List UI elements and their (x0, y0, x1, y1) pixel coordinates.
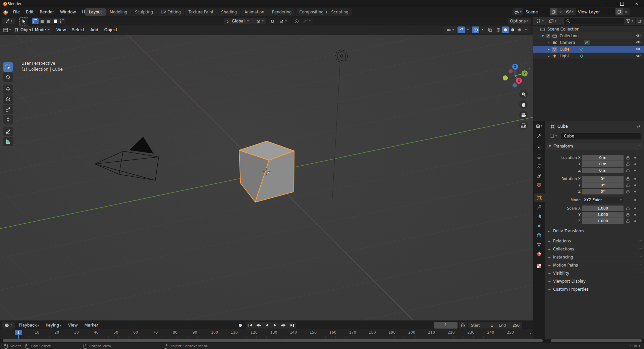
camera-object[interactable] (95, 137, 159, 180)
ortho-perspective-button[interactable] (519, 121, 528, 130)
select-mode-extend-icon[interactable] (39, 18, 45, 24)
active-tool-select-box[interactable] (19, 17, 28, 25)
maximize-button[interactable] (614, 0, 629, 7)
viewport-menu-item[interactable]: Select (69, 26, 87, 33)
scale-x-field[interactable]: 1.000 (582, 206, 624, 211)
proportional-editing-icon[interactable] (292, 18, 301, 24)
show-overlays-icon[interactable] (472, 26, 479, 33)
tool-scale-button[interactable] (3, 105, 13, 114)
editor-type-timeline-icon[interactable]: ▾ (2, 322, 15, 329)
timeline-menu-item[interactable]: View (65, 323, 81, 328)
animate-dot[interactable] (634, 214, 636, 216)
sidebar-toggle-arrow[interactable]: ‹ (529, 66, 530, 71)
section-viewport-display[interactable]: ►Viewport Display:::: (545, 277, 644, 285)
lock-icon[interactable] (626, 183, 630, 187)
lock-icon[interactable] (626, 169, 630, 172)
select-mode-invert-icon[interactable] (52, 18, 59, 24)
workspace-tab[interactable]: Modeling (106, 8, 131, 16)
tab-world-icon[interactable] (534, 180, 544, 189)
rotation-mode-dropdown[interactable]: XYZ Euler ▾ (582, 197, 624, 203)
lock-icon[interactable] (626, 177, 630, 181)
lock-icon[interactable] (626, 219, 630, 223)
tab-output-icon[interactable] (534, 152, 544, 161)
section-visibility[interactable]: ►Visibility:::: (545, 269, 644, 277)
tool-rotate-button[interactable] (3, 95, 13, 104)
blender-menu-icon[interactable] (3, 9, 8, 15)
delta-transform-row[interactable]: ► Delta Transform (548, 228, 584, 234)
select-mode-set-icon[interactable] (32, 18, 39, 24)
new-view-layer-icon[interactable] (615, 8, 623, 15)
section-motion-paths[interactable]: ►Motion Paths:::: (545, 261, 644, 269)
play-reverse-button[interactable] (263, 322, 271, 329)
workspace-tab[interactable]: Scripting (328, 8, 352, 16)
pivot-point-dropdown[interactable]: ▾ (254, 18, 266, 24)
eye-icon[interactable] (636, 34, 641, 38)
lock-icon[interactable] (626, 207, 630, 210)
transform-panel-header[interactable]: ▼ Transform :::: (546, 143, 643, 150)
unlink-scene-icon[interactable]: × (557, 8, 564, 15)
expand-arrow-icon[interactable]: ▼ (542, 35, 544, 38)
frame-start-field[interactable]: Start 1 (468, 322, 496, 329)
tab-material-icon[interactable] (534, 250, 544, 258)
workspace-tab[interactable]: Texture Paint (185, 8, 217, 16)
tool-dropdown[interactable]: ▾ (2, 18, 15, 24)
section-relations[interactable]: ►Relations:::: (545, 237, 644, 245)
panel-divider-outliner-props[interactable] (533, 121, 644, 121)
tab-object-icon[interactable] (534, 193, 545, 202)
zoom-button[interactable] (519, 90, 528, 99)
timeline-collapse-arrow[interactable]: ‹ (530, 331, 531, 336)
minimize-button[interactable]: — (600, 0, 614, 7)
scale-y-field[interactable]: 1.000 (582, 212, 624, 218)
workspace-tab[interactable]: Shading (217, 8, 240, 16)
tool-measure-button[interactable] (3, 137, 13, 146)
view-layer-icon[interactable]: ▾ (564, 8, 576, 15)
tab-texture-icon[interactable] (534, 262, 544, 271)
workspace-tab[interactable]: Rendering (268, 8, 296, 16)
tool-cursor-button[interactable] (3, 72, 13, 82)
navigation-gizmo[interactable]: Z Y X (498, 59, 532, 93)
select-mode-subtract-icon[interactable] (46, 18, 52, 24)
workspace-tab[interactable]: Sculpting (131, 8, 157, 16)
eye-icon[interactable] (636, 40, 641, 44)
animate-dot[interactable] (634, 163, 636, 165)
viewport-menu-item[interactable]: Object (101, 26, 120, 33)
light-object[interactable] (332, 50, 347, 203)
light-data-icon[interactable] (579, 54, 584, 58)
remove-view-layer-icon[interactable]: × (623, 8, 630, 15)
panel-drag-dots[interactable]: :::: (638, 144, 640, 148)
pin-icon[interactable] (637, 124, 641, 128)
gizmo-neg-x-axis[interactable] (508, 69, 513, 73)
outliner-display-mode-dropdown[interactable]: ▾ (534, 18, 546, 24)
timeline-ruler[interactable]: 1020304050607080901001101201301401501601… (0, 329, 533, 339)
close-button[interactable]: × (629, 0, 644, 7)
location-y-field[interactable]: 0 m (582, 161, 624, 167)
animate-dot[interactable] (634, 220, 636, 222)
tab-tool-icon[interactable] (534, 131, 544, 140)
snap-target-dropdown[interactable]: ▾ (277, 18, 289, 24)
animate-dot[interactable] (634, 208, 636, 209)
viewport-3d[interactable]: ▾ Object Mode ▾ ViewSelectAddObject ▾ ▾ (0, 25, 533, 321)
animate-dot[interactable] (634, 157, 636, 159)
play-button[interactable] (271, 322, 279, 329)
overlays-dropdown[interactable]: ▾ (480, 26, 485, 33)
new-scene-icon[interactable] (550, 8, 557, 15)
object-name-input[interactable]: Cube (561, 133, 641, 139)
tool-annotate-button[interactable] (3, 127, 13, 136)
shading-solid-icon[interactable] (502, 26, 509, 33)
prev-keyframe-button[interactable] (254, 322, 263, 329)
pan-hand-button[interactable] (519, 100, 528, 109)
lock-icon[interactable] (626, 156, 630, 160)
eye-icon[interactable] (636, 54, 641, 58)
outliner-row-light[interactable]: ► Light (533, 53, 644, 59)
section-custom-properties[interactable]: ►Custom Properties:::: (545, 285, 644, 293)
timeline-scrollbar[interactable] (3, 339, 543, 342)
lock-icon[interactable] (626, 213, 630, 217)
shading-dropdown[interactable]: ▾ (523, 26, 529, 33)
tab-render-icon[interactable] (534, 143, 544, 152)
camera-data-icon[interactable] (584, 40, 590, 45)
tab-physics-icon[interactable] (534, 222, 544, 230)
tool-move-button[interactable] (3, 84, 13, 94)
tab-object-data-icon[interactable] (534, 240, 544, 249)
section-collections[interactable]: ►Collections:::: (545, 245, 644, 253)
shading-wireframe-icon[interactable] (495, 26, 502, 33)
